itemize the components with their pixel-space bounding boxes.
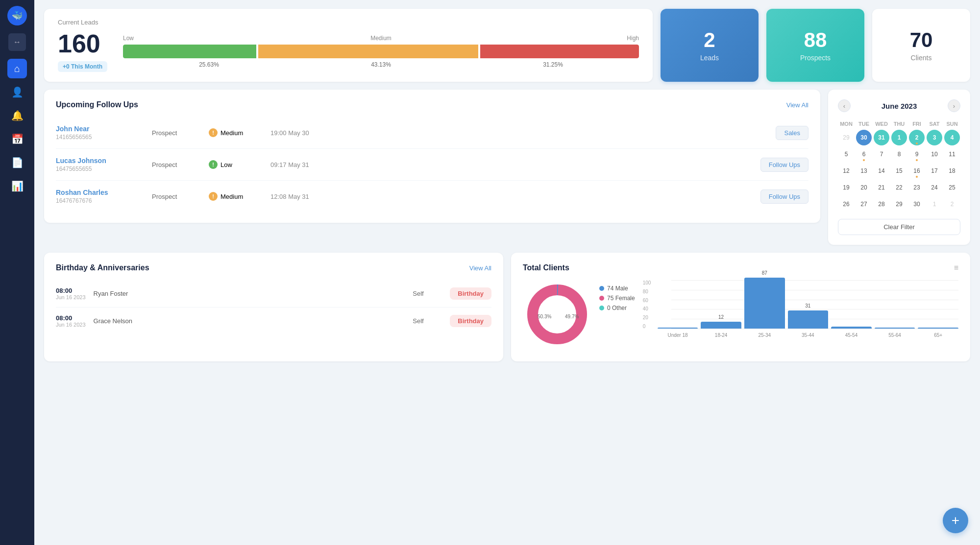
calendar-grid: MON TUE WED THU FRI SAT SUN 29 30 31 1 2… [838,119,960,212]
clients-title: Total Clients [523,263,569,272]
cal-day-6[interactable]: 6 [856,146,872,162]
cal-day-11[interactable]: 11 [944,146,960,162]
leads-label: Leads [700,54,719,62]
toggle-icon: ↔ [13,38,21,47]
bar-65plus [918,328,958,329]
bar-chart: Under 18 12 18-24 87 2 [658,280,958,339]
cal-day-22[interactable]: 22 [891,180,907,195]
fab-button[interactable]: + [943,508,968,533]
calendar-next-button[interactable]: › [948,99,960,112]
cal-day-1-next[interactable]: 1 [927,196,942,212]
sidebar-item-home[interactable]: ⌂ [7,59,27,78]
calendar-prev-button[interactable]: ‹ [838,99,851,112]
followup-name-1[interactable]: Lucas Johnson [56,157,144,165]
cal-day-29-next[interactable]: 29 [891,196,907,212]
bar-col-65plus: 65+ [918,326,958,338]
cal-day-1[interactable]: 1 [891,130,907,145]
birthday-date-1: Jun 16 2023 [56,322,86,328]
high-bar [480,45,639,58]
sidebar-item-person[interactable]: 👤 [7,82,27,102]
cal-day-23[interactable]: 23 [909,180,925,195]
cal-day-25[interactable]: 25 [944,180,960,195]
bar-lbl-under18: Under 18 [667,332,687,338]
chart-menu-icon[interactable]: ≡ [954,263,958,272]
progress-labels: Low Medium High [123,35,639,42]
cal-day-28[interactable]: 28 [874,196,889,212]
cal-day-4[interactable]: 4 [944,130,960,145]
sidebar-item-file[interactable]: 📄 [7,153,27,172]
cal-day-14[interactable]: 14 [874,163,889,179]
cal-day-27[interactable]: 27 [856,196,872,212]
followup-name-2[interactable]: Roshan Charles [56,189,144,196]
sidebar-item-chart[interactable]: 📊 [7,176,27,196]
sidebar-item-bell[interactable]: 🔔 [7,106,27,125]
cal-day-16[interactable]: 16 [909,163,925,179]
high-label: High [467,35,639,42]
top-row: Current Leads 160 +0 This Month Low Medi… [44,9,970,82]
cal-day-31[interactable]: 31 [874,130,889,145]
app-logo[interactable]: 🐳 [7,6,27,25]
followup-action-0[interactable]: Sales [776,126,808,140]
cal-day-30[interactable]: 30 [856,130,872,145]
person-icon: 👤 [11,86,24,98]
cal-day-17[interactable]: 17 [927,163,942,179]
cal-header-fri: FRI [908,119,925,129]
calendar-card: ‹ June 2023 › MON TUE WED THU FRI SAT SU… [828,90,970,245]
followup-row-0: John Near 14165656565 Prospect ! Medium … [56,117,808,149]
cal-day-8[interactable]: 8 [891,146,907,162]
cal-day-30-june[interactable]: 30 [909,196,925,212]
followup-row-2: Roshan Charles 16476767676 Prospect ! Me… [56,181,808,212]
followup-action-2[interactable]: Follow Ups [760,190,808,204]
cal-day-21[interactable]: 21 [874,180,889,195]
cal-day-9[interactable]: 9 [909,146,925,162]
followups-view-all[interactable]: View All [786,101,808,109]
clients-card-header: Total Clients ≡ [523,263,958,272]
current-leads-inner: 160 +0 This Month Low Medium High [58,31,639,72]
birthday-date-0: Jun 16 2023 [56,294,86,300]
bar-val-2534: 87 [762,270,767,276]
cal-day-12[interactable]: 12 [838,163,854,179]
followup-phone-1: 16475655655 [56,166,144,172]
current-leads-title: Current Leads [58,19,639,26]
low-label: Low [123,35,295,42]
cal-day-13[interactable]: 13 [856,163,872,179]
cal-day-19[interactable]: 19 [838,180,854,195]
sidebar: 🐳 ↔ ⌂ 👤 🔔 📅 📄 📊 [0,0,34,545]
cal-day-15[interactable]: 15 [891,163,907,179]
followup-time-2: 12:08 May 31 [270,193,753,200]
donut-chart-svg: 50.3% 49.7% [523,280,591,349]
cal-day-7[interactable]: 7 [874,146,889,162]
current-leads-card: Current Leads 160 +0 This Month Low Medi… [44,9,653,82]
birthday-view-all[interactable]: View All [469,264,491,272]
birthday-time-1: 08:00 [56,314,85,322]
main-content: Current Leads 160 +0 This Month Low Medi… [34,0,980,545]
cal-day-5[interactable]: 5 [838,146,854,162]
cal-day-20[interactable]: 20 [856,180,872,195]
birthday-row-1: 08:00 Jun 16 2023 Grace Nelson Self Birt… [56,308,491,334]
followup-phone-2: 16476767676 [56,197,144,204]
cal-day-3[interactable]: 3 [927,130,942,145]
donut-chart-container: 50.3% 49.7% [523,280,591,351]
cal-day-2[interactable]: 2 [909,130,925,145]
followup-name-col-2: Roshan Charles 16476767676 [56,189,144,204]
followup-name-col-1: Lucas Johnson 16475655655 [56,157,144,172]
followup-name-0[interactable]: John Near [56,125,144,133]
sidebar-toggle-button[interactable]: ↔ [8,33,26,51]
followup-type-0: Prospect [152,129,201,137]
bar-lbl-4554: 45-54 [845,332,858,338]
calendar-icon: 📅 [11,133,24,145]
cal-day-29-prev[interactable]: 29 [838,130,854,145]
cal-day-2-next[interactable]: 2 [944,196,960,212]
cal-day-10[interactable]: 10 [927,146,942,162]
followup-action-1[interactable]: Follow Ups [760,158,808,172]
prospects-count: 88 [804,29,827,51]
legend-dot-other [599,306,604,310]
cal-day-18[interactable]: 18 [944,163,960,179]
sidebar-item-calendar[interactable]: 📅 [7,129,27,149]
bar-col-under18: Under 18 [658,326,698,338]
birthday-type-0: Self [413,290,442,297]
clear-filter-button[interactable]: Clear Filter [838,219,960,235]
cal-day-24[interactable]: 24 [927,180,942,195]
cal-day-26[interactable]: 26 [838,196,854,212]
clients-count: 70 [910,29,933,51]
